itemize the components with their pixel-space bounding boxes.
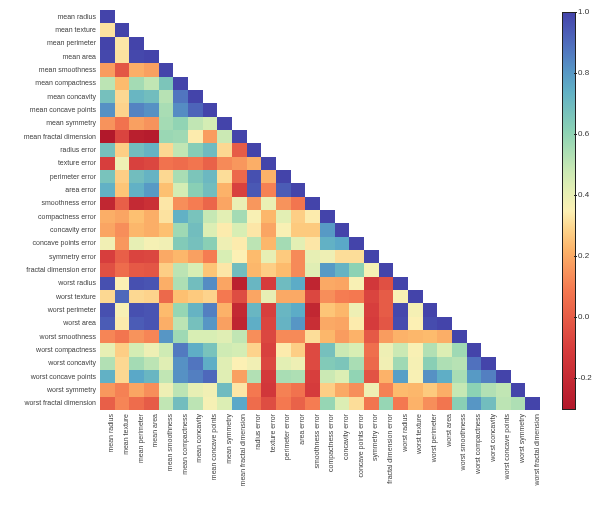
ytick-label: mean fractal dimension	[0, 133, 96, 140]
heatmap-cell	[379, 77, 394, 90]
heatmap-cell	[452, 23, 467, 36]
heatmap-cell	[276, 223, 291, 236]
heatmap-cell	[437, 10, 452, 23]
heatmap-cell	[408, 383, 423, 396]
heatmap-cell	[305, 290, 320, 303]
heatmap-cell	[408, 303, 423, 316]
heatmap-cell	[393, 77, 408, 90]
heatmap-cell	[291, 330, 306, 343]
heatmap-cell	[335, 303, 350, 316]
heatmap-cell	[247, 263, 262, 276]
heatmap-cell	[188, 237, 203, 250]
heatmap-cell	[276, 117, 291, 130]
heatmap-cell	[159, 263, 174, 276]
heatmap-cell	[393, 237, 408, 250]
heatmap-cell	[496, 303, 511, 316]
heatmap-cell	[496, 250, 511, 263]
heatmap-cell	[423, 50, 438, 63]
heatmap-cell	[217, 317, 232, 330]
heatmap-cell	[423, 210, 438, 223]
heatmap-cell	[217, 223, 232, 236]
heatmap-cell	[525, 330, 540, 343]
heatmap-cell	[364, 130, 379, 143]
heatmap-cell	[291, 130, 306, 143]
heatmap-cell	[144, 263, 159, 276]
heatmap-cell	[393, 157, 408, 170]
heatmap-cell	[203, 223, 218, 236]
heatmap-cell	[129, 157, 144, 170]
heatmap-cell	[364, 237, 379, 250]
heatmap-cell	[261, 50, 276, 63]
heatmap-cell	[511, 303, 526, 316]
heatmap-cell	[511, 277, 526, 290]
heatmap-cell	[496, 223, 511, 236]
heatmap-cell	[335, 170, 350, 183]
ytick-label: worst perimeter	[0, 306, 96, 313]
heatmap-cell	[276, 370, 291, 383]
heatmap-cell	[173, 303, 188, 316]
heatmap-cell	[100, 397, 115, 410]
heatmap-cell	[115, 330, 130, 343]
heatmap-cell	[188, 250, 203, 263]
heatmap-cell	[144, 237, 159, 250]
heatmap-cell	[188, 50, 203, 63]
heatmap-cell	[247, 77, 262, 90]
heatmap-cell	[232, 223, 247, 236]
heatmap-cell	[291, 277, 306, 290]
heatmap-cell	[364, 90, 379, 103]
colorbar-tick-label: 0.0	[578, 312, 589, 321]
heatmap-cell	[232, 50, 247, 63]
heatmap-cell	[379, 330, 394, 343]
ytick-label: worst compactness	[0, 346, 96, 353]
heatmap-cell	[335, 210, 350, 223]
heatmap-cell	[379, 170, 394, 183]
heatmap-cell	[261, 343, 276, 356]
heatmap-cell	[276, 183, 291, 196]
xtick-label: mean area	[151, 414, 158, 514]
heatmap-cell	[437, 50, 452, 63]
heatmap-cell	[144, 23, 159, 36]
heatmap-cell	[188, 23, 203, 36]
heatmap-cell	[100, 37, 115, 50]
heatmap-cell	[525, 250, 540, 263]
heatmap-cell	[320, 357, 335, 370]
heatmap-cell	[144, 397, 159, 410]
heatmap-cell	[452, 263, 467, 276]
heatmap-cell	[525, 37, 540, 50]
heatmap-cell	[291, 157, 306, 170]
heatmap-cell	[379, 183, 394, 196]
heatmap-cell	[100, 90, 115, 103]
heatmap-cell	[335, 10, 350, 23]
heatmap-cell	[247, 317, 262, 330]
heatmap-cell	[291, 370, 306, 383]
heatmap-cell	[305, 170, 320, 183]
heatmap-cell	[217, 290, 232, 303]
heatmap-cell	[247, 370, 262, 383]
heatmap-cell	[379, 50, 394, 63]
heatmap-cell	[335, 263, 350, 276]
heatmap-cell	[349, 170, 364, 183]
heatmap-cell	[364, 343, 379, 356]
heatmap-cell	[305, 143, 320, 156]
heatmap-cell	[452, 223, 467, 236]
xtick-label: smoothness error	[313, 414, 320, 514]
heatmap-cell	[408, 210, 423, 223]
xtick-label: mean perimeter	[137, 414, 144, 514]
heatmap-cell	[379, 143, 394, 156]
heatmap-cell	[159, 290, 174, 303]
heatmap-cell	[437, 370, 452, 383]
heatmap-cell	[144, 197, 159, 210]
heatmap-cell	[305, 223, 320, 236]
heatmap-cell	[276, 10, 291, 23]
heatmap-cell	[217, 250, 232, 263]
heatmap-cell	[437, 117, 452, 130]
heatmap-cell	[247, 237, 262, 250]
heatmap-cell	[203, 103, 218, 116]
heatmap-cell	[261, 317, 276, 330]
heatmap-cell	[467, 23, 482, 36]
heatmap-cell	[232, 210, 247, 223]
heatmap-cell	[173, 290, 188, 303]
heatmap-cell	[437, 357, 452, 370]
heatmap-cell	[452, 210, 467, 223]
heatmap-cell	[217, 277, 232, 290]
